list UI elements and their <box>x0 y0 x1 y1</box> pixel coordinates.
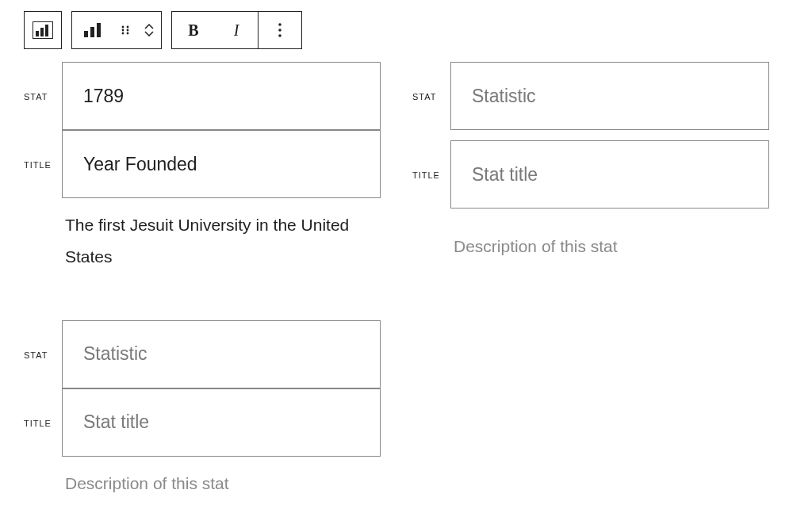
chevron-up-icon <box>144 24 154 29</box>
bar-chart-icon <box>83 22 102 38</box>
stat-item: STAT 1789 TITLE Year Founded The first J… <box>24 62 381 273</box>
more-vertical-icon <box>278 22 282 38</box>
title-field-label: TITLE <box>24 130 62 198</box>
svg-point-14 <box>278 29 282 32</box>
description-input[interactable]: Description of this stat <box>450 220 769 262</box>
stat-field-label: STAT <box>412 62 450 130</box>
stat-item: STAT Statistic TITLE Stat title Descript… <box>412 62 769 273</box>
svg-point-11 <box>122 33 124 35</box>
block-type-button[interactable] <box>72 12 113 48</box>
drag-handle-icon <box>120 25 131 36</box>
svg-rect-2 <box>40 28 44 36</box>
svg-point-13 <box>278 23 282 26</box>
more-options-button[interactable] <box>259 12 301 48</box>
description-input[interactable]: Description of this stat <box>62 457 381 499</box>
svg-point-10 <box>127 29 129 32</box>
svg-point-15 <box>278 34 282 37</box>
block-toolbar: B I <box>0 0 812 49</box>
svg-point-7 <box>122 26 124 29</box>
stats-block-icon <box>33 21 53 39</box>
title-field-label: TITLE <box>412 140 450 209</box>
stat-input[interactable]: Statistic <box>62 320 381 388</box>
stat-field-label: STAT <box>24 320 62 388</box>
stat-field-label: STAT <box>24 62 62 130</box>
toolbar-group-format: B I <box>171 11 302 49</box>
svg-point-12 <box>127 33 129 35</box>
drag-handle[interactable] <box>113 12 137 48</box>
svg-rect-4 <box>84 31 88 37</box>
title-input[interactable]: Year Founded <box>62 130 381 198</box>
bold-button[interactable]: B <box>172 12 215 48</box>
move-up-down[interactable] <box>137 12 161 48</box>
svg-rect-6 <box>97 23 101 37</box>
svg-rect-1 <box>36 31 39 36</box>
italic-button[interactable]: I <box>215 12 258 48</box>
stats-container: STAT 1789 TITLE Year Founded The first J… <box>0 62 793 499</box>
parent-block-button[interactable] <box>24 11 62 49</box>
svg-rect-3 <box>45 25 48 36</box>
stat-input[interactable]: Statistic <box>450 62 769 130</box>
toolbar-group-block <box>71 11 162 49</box>
stat-item: STAT Statistic TITLE Stat title Descript… <box>24 320 381 499</box>
chevron-down-icon <box>144 31 154 36</box>
description-input[interactable]: The first Jesuit University in the Unite… <box>62 198 381 273</box>
title-input[interactable]: Stat title <box>62 388 381 457</box>
svg-point-9 <box>122 29 124 32</box>
stat-input[interactable]: 1789 <box>62 62 381 130</box>
title-input[interactable]: Stat title <box>450 140 769 209</box>
title-field-label: TITLE <box>24 388 62 457</box>
svg-rect-5 <box>90 27 94 37</box>
svg-point-8 <box>127 26 129 29</box>
